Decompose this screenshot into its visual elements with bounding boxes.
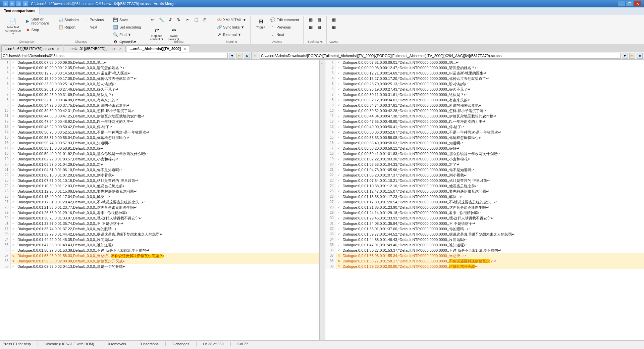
toggle-button[interactable]: ⊞ Toggle <box>254 16 267 30</box>
left-path-browse[interactable]: ▼ <box>229 53 235 59</box>
line-text: Dialogue:0,0:01:26.36,0:01:29.16,Default… <box>16 210 319 215</box>
line-number: 17 <box>0 146 11 151</box>
edit-comment-button[interactable]: 💬 Edit comment <box>269 16 300 23</box>
merging-col: </> XML/HTML ▼ 🔗 Sync links ▼ ↗ External… <box>215 16 248 38</box>
line-text: Dialogue:0,0:00:48.92,0:00:50.42,Default… <box>16 124 319 130</box>
doc-tab-1-close[interactable]: ✕ <box>119 47 122 51</box>
left-path-refresh[interactable]: ↻ <box>244 53 250 59</box>
comparison-items: 📄 New textcomparison ▼ ▶ Start orrecompa… <box>4 16 50 43</box>
left-diff-content[interactable]: 1✓Dialogue:0,0:00:07.58,0:00:09.05,Defau… <box>0 60 319 340</box>
set-encoding-button[interactable]: 🔤 Set encoding <box>112 24 142 31</box>
changes-status: 2 changes <box>172 342 190 346</box>
line-mark: ✓ <box>11 264 16 269</box>
sync-links-button[interactable]: 🔗 Sync links ▼ <box>215 24 248 31</box>
right-diff-content[interactable]: 1✓Dialogue:0,0:00:07.51,0:00:09.01,*Defa… <box>325 60 644 340</box>
doc-tab-0-close[interactable]: ✕ <box>57 47 59 51</box>
line-text: Dialogue:0,0:01:44.92,0:01:46.35,Default… <box>16 237 319 242</box>
line-number: 16 <box>0 140 11 146</box>
line-row: 25✓Dialogue:0,0:01:12.47,0:01:15.07,*Def… <box>325 189 644 194</box>
line-text: Dialogue:0,0:00:12.73,0:00:14.58,Default… <box>16 70 319 76</box>
line-row: 26✓Dialogue:0,0:01:15.38,0:01:17.23,*Def… <box>325 194 644 199</box>
new-comparison-dropdown[interactable]: ▼ <box>12 32 14 35</box>
right-path-input[interactable] <box>260 53 621 59</box>
layout-btn-1[interactable]: ▦ <box>330 16 338 23</box>
line-text: Dialogue:0,0:01:10.38,0:01:12.10,*Defaul… <box>341 183 644 189</box>
prev-bookmark-button[interactable]: ↑ Previous <box>269 24 300 31</box>
doc-tab-1[interactable]: ...ers\...01](8BF4B9FD).jp.ass ✕ <box>64 45 125 52</box>
line-text: Dialogue:0,0:00:56.49,0:00:58.03,*Defaul… <box>341 140 644 146</box>
left-merge-arrow[interactable]: ← <box>321 61 324 65</box>
swap-panes-button[interactable]: ⇔ Swappanes ▼ <box>166 25 181 42</box>
layout-btn-2[interactable]: ▦ <box>330 24 338 31</box>
right-path-refresh[interactable]: ↻ <box>637 53 643 59</box>
stop-label: Stop <box>32 28 39 32</box>
edit-tool-7[interactable]: ⊞ <box>201 16 209 23</box>
edit-tool-5[interactable]: ✂ <box>183 16 192 23</box>
external-label: External ▼ <box>223 33 241 37</box>
doc-tab-2[interactable]: ...ers\..._Alchemist][TV_2009] ✕ <box>126 45 190 52</box>
save-button[interactable]: 💾 Save <box>112 16 142 23</box>
left-path-input[interactable] <box>1 53 228 59</box>
xml-html-button[interactable]: </> XML/HTML ▼ <box>215 16 248 23</box>
next-bookmark-button[interactable]: ↓ Next <box>269 31 300 38</box>
app-icon-2: 2 <box>9 1 15 6</box>
replace-content-button[interactable]: ⇄ Replacecontent ▼ <box>149 25 165 42</box>
line-row: 2✓Dialogue:0,0:00:10.00,0:00:12.35,Defau… <box>0 65 319 70</box>
bookmark-btn-3[interactable]: ▦ <box>307 24 315 31</box>
maximize-button[interactable]: ❐ <box>626 1 633 6</box>
edit-tool-1[interactable]: ✏ <box>149 16 157 23</box>
line-row: 5✓Dialogue:0,0:00:23.80,0:00:25.14,Defau… <box>0 81 319 87</box>
line-text: Dialogue:0,0:01:03.57,0:01:04.29,Default… <box>16 162 319 167</box>
line-row: 2✓Dialogue:0,0:00:09.93,0:00:12.47,*Defa… <box>325 65 644 70</box>
line-mark: ✓ <box>336 221 341 226</box>
doc-tab-0[interactable]: ...ers\...64](B817EA79).sc.ass ✕ <box>1 45 63 52</box>
line-number: 16 <box>325 140 336 146</box>
edit-tool-2[interactable]: 🔧 <box>157 16 165 23</box>
status-sep-2 <box>101 342 101 346</box>
start-recompare-button[interactable]: ▶ Start orrecompare <box>24 16 51 26</box>
status-sep-5 <box>196 342 197 346</box>
line-row: 39✓Dialogue:0,0:02:02.32,0:02:04.13,Defa… <box>0 264 319 269</box>
minimize-button[interactable]: — <box>618 1 625 6</box>
bookmark-btn-1[interactable]: ▦ <box>307 16 315 23</box>
xml-label: XML/HTML ▼ <box>223 18 246 22</box>
find-button[interactable]: 🔍 Find ▼ <box>112 31 142 38</box>
toggle-label: Toggle <box>256 26 265 29</box>
previous-change-button[interactable]: ↑ Previous <box>82 16 105 23</box>
left-diff-pane: 1✓Dialogue:0,0:00:07.58,0:00:09.05,Defau… <box>0 60 319 340</box>
report-button[interactable]: 📋 Report <box>57 24 80 31</box>
line-number: 20 <box>325 162 336 167</box>
line-mark: ✓ <box>11 124 16 130</box>
right-path-browse[interactable]: ▼ <box>622 53 628 59</box>
close-button[interactable]: ✕ <box>634 1 641 6</box>
bookmarks-group-label: Bookmarks <box>308 40 323 43</box>
line-text: Dialogue:0,0:01:50.27,0:01:53.37,*Defaul… <box>341 248 644 253</box>
line-text: Dialogue:0,0:01:59.23,0:02:00.90,*Defaul… <box>341 264 644 269</box>
stop-button[interactable]: ■ Stop <box>24 27 51 33</box>
statistics-button[interactable]: 📊 Statistics <box>57 16 80 23</box>
doc-tab-2-close[interactable]: ✕ <box>183 47 186 51</box>
line-number: 38 <box>0 258 11 264</box>
line-text: Dialogue:0,0:01:15.40,0:01:17.04,Default… <box>16 194 319 199</box>
right-path-open[interactable]: 📂 <box>629 53 635 59</box>
new-comparison-button[interactable]: 📄 New textcomparison ▼ <box>4 16 22 36</box>
next-change-button[interactable]: ↓ Next <box>82 24 105 31</box>
bookmark-btn-4[interactable]: ▦ <box>316 24 324 31</box>
edit-tool-6[interactable]: 📋 <box>192 16 200 23</box>
line-mark: ✓ <box>336 60 341 65</box>
line-number: 35 <box>0 242 11 248</box>
merging-items: </> XML/HTML ▼ 🔗 Sync links ▼ ↗ External… <box>215 16 248 43</box>
right-merge-arrow[interactable]: → <box>321 65 324 68</box>
bookmark-btn-2[interactable]: ▦ <box>316 16 324 23</box>
edit-tool-3[interactable]: ↺ <box>166 16 174 23</box>
edit-tool-4[interactable]: ↻ <box>175 16 183 23</box>
line-number: 24 <box>0 183 11 189</box>
left-path-open[interactable]: 📂 <box>236 53 243 59</box>
tab-text-comparisons[interactable]: Text comparisons <box>0 7 40 14</box>
line-text: Dialogue:0,0:00:26.19,0:00:27.43,*Defaul… <box>341 87 644 92</box>
line-mark: ✓ <box>336 135 341 140</box>
line-text: Dialogue:0,0:00:49.00,0:00:50.41,*Defaul… <box>341 124 644 130</box>
external-button[interactable]: ↗ External ▼ <box>215 31 248 38</box>
status-sep-4 <box>165 342 166 346</box>
line-mark: ↯ <box>336 258 341 264</box>
